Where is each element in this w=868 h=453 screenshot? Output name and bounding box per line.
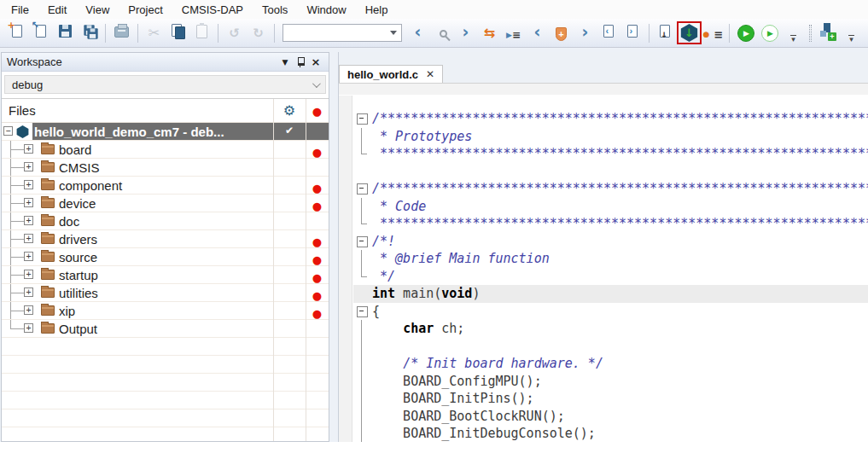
redo-button[interactable]: ↻ [247,22,270,44]
debug-log-button[interactable]: ● ≡ [702,22,725,44]
expand-box-icon[interactable]: + [24,323,33,333]
tree-item-drivers[interactable]: +drivers● [2,230,329,248]
swap-arrows-button[interactable]: ⇆ [478,22,501,44]
tree-item-utilities[interactable]: +utilities● [2,284,329,302]
new-document-icon: + [11,24,25,43]
tree-item-doc[interactable]: +doc [2,212,329,230]
next-bookmark-button[interactable]: › [574,22,597,44]
expand-box-icon[interactable]: + [24,305,33,315]
fold-margin [353,215,372,233]
code-text: int main(void) [372,285,480,303]
download-and-debug-button[interactable]: ↓ [678,22,701,44]
menu-item-tools[interactable]: Tools [253,2,297,18]
expand-box-icon[interactable]: + [24,270,33,279]
next-document-button[interactable]: › [621,22,644,44]
pin-icon[interactable] [293,55,308,69]
fold-margin [353,338,372,356]
tree-item-component[interactable]: +component● [2,177,329,195]
workspace-menu-icon[interactable]: ▼ [277,55,293,69]
menu-item-cmsis-dap[interactable]: CMSIS-DAP [172,2,253,18]
fold-collapse-icon[interactable] [353,110,372,128]
code-text: { [372,303,380,321]
undo-icon: ↺ [229,26,240,41]
undo-button[interactable]: ↺ [223,22,246,44]
add-project-button[interactable]: + [816,22,839,44]
tab-close-icon[interactable]: ✕ [426,68,434,80]
previous-document-button[interactable]: ‹ [597,22,620,44]
tree-item-startup[interactable]: +startup● [2,266,329,284]
fold-margin [353,250,372,268]
next-statement-button[interactable]: ▶≡ [502,22,525,44]
toolbar-overflow-button[interactable]: ▾ [840,22,863,44]
tab-label: hello_world.c [347,68,418,81]
print-button[interactable] [110,22,133,44]
close-icon[interactable]: × [308,55,323,69]
tree-line [10,311,24,311]
code-editor[interactable]: /***************************************… [339,96,868,442]
tree-item-device[interactable]: +device● [2,195,329,212]
code-line: char ch; [353,320,868,338]
debug-without-downloading-button[interactable]: ▶ [758,22,781,44]
expand-box-icon[interactable]: + [24,198,33,207]
menu-item-project[interactable]: Project [119,2,172,18]
tree-item-board[interactable]: +board● [2,141,329,159]
code-line: /***************************************… [353,110,868,128]
tree-line [10,149,24,150]
expand-box-icon[interactable]: + [24,252,33,261]
fold-margin [353,408,372,426]
code-text: BOARD_BootClockRUN(); [372,408,565,426]
project-hexagon-icon [16,125,29,138]
menu-item-window[interactable]: Window [297,2,355,18]
save-all-button[interactable] [78,22,101,44]
tree-item-xip[interactable]: +xip● [2,302,329,320]
copy-button[interactable] [166,22,189,44]
tree-item-label: component [59,178,122,193]
debug-button[interactable]: ▶ [734,22,757,44]
menu-item-view[interactable]: View [76,2,119,18]
open-document-button[interactable]: ↖ [30,22,53,44]
search-button[interactable] [430,22,453,44]
code-text: char ch; [372,320,464,338]
config-selector[interactable]: debug [4,75,326,94]
modified-indicator: ● [306,287,329,303]
code-text: /***************************************… [372,110,868,128]
expand-box-icon[interactable]: + [24,287,33,297]
search-combobox[interactable] [283,24,402,42]
navigate-forward-button[interactable]: › [454,22,477,44]
tree-item-source[interactable]: +source● [2,248,329,266]
toggle-bookmark-icon: + [556,26,567,41]
expand-box-icon[interactable]: + [24,162,33,171]
paste-button[interactable] [190,22,213,44]
save-button[interactable] [54,22,77,44]
menu-item-help[interactable]: Help [356,2,398,18]
previous-bookmark-button[interactable]: ‹ [526,22,549,44]
editor-panel: hello_world.c ✕ /***********************… [338,52,868,442]
gear-icon[interactable]: ⚙ [273,102,306,119]
code-line: * Prototypes [353,128,868,146]
expand-box-icon[interactable]: + [24,180,33,189]
modified-indicator: ● [306,198,329,213]
menu-item-edit[interactable]: Edit [38,2,76,18]
tree-item-cmsis[interactable]: +CMSIS [2,159,329,177]
toggle-bookmark-button[interactable]: + [550,22,573,44]
fold-collapse-icon[interactable] [353,303,372,321]
download-active-application-button[interactable]: ↓ [654,22,677,44]
toolbar-overflow-button[interactable]: ▾ [782,22,805,44]
breakpoint-gutter[interactable] [339,96,352,442]
expand-box-icon[interactable]: + [24,144,33,154]
expand-box-icon[interactable]: + [24,216,33,225]
expand-box-icon[interactable]: + [24,234,33,243]
project-row[interactable]: − hello_world_demo_cm7 - deb... ✔ [2,123,329,141]
cut-button[interactable]: ✂ [143,22,166,44]
fold-collapse-icon[interactable] [353,233,372,251]
menu-item-file[interactable]: File [2,2,38,18]
tab-hello-world-c[interactable]: hello_world.c ✕ [339,65,443,83]
save-icon [59,25,72,41]
tree-item-output[interactable]: +Output [2,320,329,338]
fold-collapse-icon[interactable] [353,180,372,198]
modified-indicator: ● [306,270,329,285]
new-document-button[interactable]: + [6,22,29,44]
tree-line [10,167,24,168]
navigate-back-button[interactable]: ‹ [406,22,429,44]
collapse-box-icon[interactable]: − [3,126,13,136]
